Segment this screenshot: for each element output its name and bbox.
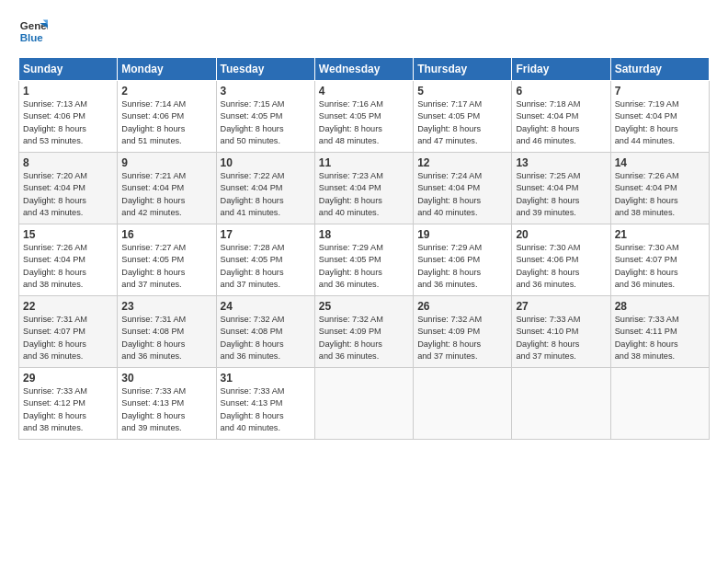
day-info: Sunrise: 7:32 AMSunset: 4:09 PMDaylight:… [319,314,409,362]
day-number: 7 [615,85,705,98]
day-cell: 20Sunrise: 7:30 AMSunset: 4:06 PMDayligh… [512,224,610,296]
day-number: 31 [221,372,311,385]
day-cell: 9Sunrise: 7:21 AMSunset: 4:04 PMDaylight… [118,153,216,224]
day-cell [314,368,413,440]
day-cell: 28Sunrise: 7:33 AMSunset: 4:11 PMDayligh… [610,296,709,368]
day-info: Sunrise: 7:24 AMSunset: 4:04 PMDaylight:… [417,170,507,219]
day-info: Sunrise: 7:25 AMSunset: 4:04 PMDaylight:… [516,170,606,219]
day-info: Sunrise: 7:31 AMSunset: 4:08 PMDaylight:… [121,314,211,362]
day-number: 28 [615,300,705,313]
day-cell: 1Sunrise: 7:13 AMSunset: 4:06 PMDaylight… [19,81,118,153]
day-number: 29 [23,372,113,385]
svg-text:Blue: Blue [20,32,44,43]
day-info: Sunrise: 7:14 AMSunset: 4:06 PMDaylight:… [121,98,211,147]
weekday-friday: Friday [512,58,610,81]
day-cell: 4Sunrise: 7:16 AMSunset: 4:05 PMDaylight… [314,81,413,153]
day-cell: 8Sunrise: 7:20 AMSunset: 4:04 PMDaylight… [19,153,118,224]
day-info: Sunrise: 7:33 AMSunset: 4:11 PMDaylight:… [615,314,705,362]
day-number: 18 [319,228,409,241]
day-info: Sunrise: 7:32 AMSunset: 4:09 PMDaylight:… [417,314,507,362]
day-info: Sunrise: 7:29 AMSunset: 4:05 PMDaylight:… [319,242,409,291]
day-cell [512,368,610,440]
day-cell: 2Sunrise: 7:14 AMSunset: 4:06 PMDaylight… [118,81,216,153]
day-info: Sunrise: 7:33 AMSunset: 4:13 PMDaylight:… [121,385,211,434]
day-info: Sunrise: 7:15 AMSunset: 4:05 PMDaylight:… [221,98,311,147]
day-number: 19 [417,228,507,241]
logo: General Blue [18,17,48,46]
day-info: Sunrise: 7:29 AMSunset: 4:06 PMDaylight:… [417,242,507,291]
day-cell: 11Sunrise: 7:23 AMSunset: 4:04 PMDayligh… [314,153,413,224]
day-number: 10 [221,156,311,169]
day-cell: 12Sunrise: 7:24 AMSunset: 4:04 PMDayligh… [414,153,512,224]
day-number: 11 [319,156,409,169]
day-cell: 21Sunrise: 7:30 AMSunset: 4:07 PMDayligh… [610,224,709,296]
weekday-thursday: Thursday [414,58,512,81]
day-info: Sunrise: 7:27 AMSunset: 4:05 PMDaylight:… [121,242,211,291]
day-info: Sunrise: 7:26 AMSunset: 4:04 PMDaylight:… [23,242,113,291]
day-info: Sunrise: 7:26 AMSunset: 4:04 PMDaylight:… [615,170,705,219]
day-info: Sunrise: 7:19 AMSunset: 4:04 PMDaylight:… [615,98,705,147]
day-info: Sunrise: 7:30 AMSunset: 4:07 PMDaylight:… [615,242,705,291]
day-cell [414,368,512,440]
day-number: 21 [615,228,705,241]
day-number: 12 [417,156,507,169]
day-cell: 25Sunrise: 7:32 AMSunset: 4:09 PMDayligh… [314,296,413,368]
day-cell: 31Sunrise: 7:33 AMSunset: 4:13 PMDayligh… [216,368,314,440]
day-number: 3 [221,85,311,98]
day-cell: 18Sunrise: 7:29 AMSunset: 4:05 PMDayligh… [314,224,413,296]
day-cell: 29Sunrise: 7:33 AMSunset: 4:12 PMDayligh… [19,368,118,440]
day-info: Sunrise: 7:22 AMSunset: 4:04 PMDaylight:… [221,170,311,219]
week-row-3: 22Sunrise: 7:31 AMSunset: 4:07 PMDayligh… [19,296,710,368]
day-cell: 22Sunrise: 7:31 AMSunset: 4:07 PMDayligh… [19,296,118,368]
logo-icon: General Blue [18,17,48,46]
day-info: Sunrise: 7:32 AMSunset: 4:08 PMDaylight:… [221,314,311,362]
svg-text:General: General [20,20,48,31]
day-number: 24 [221,300,311,313]
day-cell: 14Sunrise: 7:26 AMSunset: 4:04 PMDayligh… [610,153,709,224]
day-info: Sunrise: 7:16 AMSunset: 4:05 PMDaylight:… [319,98,409,147]
weekday-sunday: Sunday [19,58,118,81]
day-info: Sunrise: 7:18 AMSunset: 4:04 PMDaylight:… [516,98,606,147]
day-number: 27 [516,300,606,313]
day-number: 17 [221,228,311,241]
weekday-tuesday: Tuesday [216,58,314,81]
week-row-2: 15Sunrise: 7:26 AMSunset: 4:04 PMDayligh… [19,224,710,296]
day-cell: 13Sunrise: 7:25 AMSunset: 4:04 PMDayligh… [512,153,610,224]
day-info: Sunrise: 7:33 AMSunset: 4:13 PMDaylight:… [221,385,311,434]
day-info: Sunrise: 7:13 AMSunset: 4:06 PMDaylight:… [23,98,113,147]
day-cell: 30Sunrise: 7:33 AMSunset: 4:13 PMDayligh… [118,368,216,440]
day-number: 16 [121,228,211,241]
day-cell: 19Sunrise: 7:29 AMSunset: 4:06 PMDayligh… [414,224,512,296]
day-info: Sunrise: 7:23 AMSunset: 4:04 PMDaylight:… [319,170,409,219]
day-cell: 6Sunrise: 7:18 AMSunset: 4:04 PMDaylight… [512,81,610,153]
day-number: 20 [516,228,606,241]
day-number: 22 [23,300,113,313]
day-cell: 15Sunrise: 7:26 AMSunset: 4:04 PMDayligh… [19,224,118,296]
day-number: 5 [417,85,507,98]
day-cell: 27Sunrise: 7:33 AMSunset: 4:10 PMDayligh… [512,296,610,368]
day-number: 25 [319,300,409,313]
weekday-wednesday: Wednesday [314,58,413,81]
day-number: 30 [121,372,211,385]
weekday-header-row: SundayMondayTuesdayWednesdayThursdayFrid… [19,58,710,81]
day-cell: 17Sunrise: 7:28 AMSunset: 4:05 PMDayligh… [216,224,314,296]
day-number: 1 [23,85,113,98]
day-number: 23 [121,300,211,313]
day-info: Sunrise: 7:30 AMSunset: 4:06 PMDaylight:… [516,242,606,291]
weekday-monday: Monday [118,58,216,81]
day-cell: 10Sunrise: 7:22 AMSunset: 4:04 PMDayligh… [216,153,314,224]
day-cell: 26Sunrise: 7:32 AMSunset: 4:09 PMDayligh… [414,296,512,368]
header: General Blue [18,17,710,46]
day-info: Sunrise: 7:28 AMSunset: 4:05 PMDaylight:… [221,242,311,291]
day-info: Sunrise: 7:17 AMSunset: 4:05 PMDaylight:… [417,98,507,147]
day-cell: 5Sunrise: 7:17 AMSunset: 4:05 PMDaylight… [414,81,512,153]
week-row-4: 29Sunrise: 7:33 AMSunset: 4:12 PMDayligh… [19,368,710,440]
day-number: 4 [319,85,409,98]
day-info: Sunrise: 7:21 AMSunset: 4:04 PMDaylight:… [121,170,211,219]
day-number: 6 [516,85,606,98]
day-cell: 23Sunrise: 7:31 AMSunset: 4:08 PMDayligh… [118,296,216,368]
day-number: 2 [121,85,211,98]
day-info: Sunrise: 7:33 AMSunset: 4:10 PMDaylight:… [516,314,606,362]
day-number: 9 [121,156,211,169]
week-row-0: 1Sunrise: 7:13 AMSunset: 4:06 PMDaylight… [19,81,710,153]
